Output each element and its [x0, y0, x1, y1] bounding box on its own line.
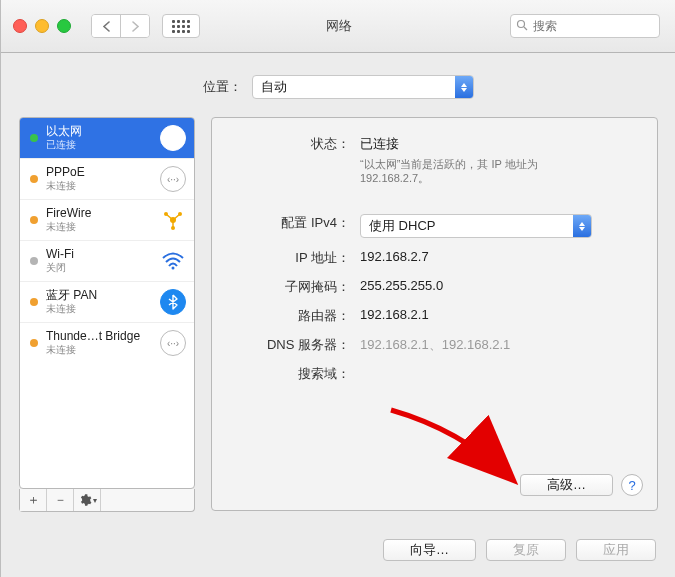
- location-select[interactable]: 自动: [252, 75, 474, 99]
- zoom-window-button[interactable]: [57, 19, 71, 33]
- add-interface-button[interactable]: ＋: [20, 489, 47, 511]
- search-container: [510, 14, 660, 38]
- searchdomain-value: [360, 362, 641, 365]
- close-window-button[interactable]: [13, 19, 27, 33]
- assist-button[interactable]: 向导…: [383, 539, 476, 561]
- dns-value: 192.168.2.1、192.168.2.1: [360, 333, 641, 354]
- interfaces-sidebar: 以太网 已连接 ‹··› PPPoE 未连接: [19, 117, 195, 512]
- ip-value: 192.168.2.7: [360, 246, 641, 264]
- firewire-icon: [160, 207, 186, 233]
- help-button[interactable]: ?: [621, 474, 643, 496]
- item-name: FireWire: [46, 206, 160, 220]
- item-status: 已连接: [46, 138, 160, 152]
- stepper-icon: [455, 76, 473, 98]
- bluetooth-icon: [160, 289, 186, 315]
- status-dot-icon: [30, 339, 38, 347]
- status-dot-icon: [30, 298, 38, 306]
- bottom-buttons: 向导… 复原 应用: [383, 539, 656, 561]
- item-name: PPPoE: [46, 165, 160, 179]
- svg-text:‹··›: ‹··›: [168, 133, 179, 143]
- interface-actions-menu[interactable]: ▾: [74, 489, 101, 511]
- item-status: 未连接: [46, 179, 160, 193]
- configure-row: 配置 IPv4： 使用 DHCP: [228, 211, 641, 238]
- traffic-lights: [13, 19, 71, 33]
- wifi-icon: [160, 248, 186, 274]
- router-label: 路由器：: [228, 304, 360, 325]
- apply-button[interactable]: 应用: [576, 539, 656, 561]
- dns-label: DNS 服务器：: [228, 333, 360, 354]
- mask-label: 子网掩码：: [228, 275, 360, 296]
- status-dot-icon: [30, 257, 38, 265]
- interfaces-list: 以太网 已连接 ‹··› PPPoE 未连接: [19, 117, 195, 489]
- router-value: 192.168.2.1: [360, 304, 641, 322]
- router-row: 路由器： 192.168.2.1: [228, 304, 641, 325]
- chevron-right-icon: [131, 21, 140, 32]
- content-area: 位置： 自动 以太网 已连接 ‹··›: [1, 53, 675, 512]
- item-name: Thunde…t Bridge: [46, 329, 160, 343]
- nav-back-forward: [91, 14, 150, 38]
- item-status: 未连接: [46, 302, 160, 316]
- revert-button[interactable]: 复原: [486, 539, 566, 561]
- back-button[interactable]: [92, 15, 120, 37]
- sidebar-item-ethernet[interactable]: 以太网 已连接 ‹··›: [20, 118, 194, 158]
- ethernet-icon: ‹··›: [160, 166, 186, 192]
- status-value: 已连接: [360, 135, 641, 153]
- svg-line-8: [173, 214, 180, 220]
- minimize-window-button[interactable]: [35, 19, 49, 33]
- ethernet-icon: ‹··›: [160, 330, 186, 356]
- sidebar-item-pppoe[interactable]: PPPoE 未连接 ‹··›: [20, 158, 194, 199]
- columns: 以太网 已连接 ‹··› PPPoE 未连接: [19, 117, 658, 512]
- mask-row: 子网掩码： 255.255.255.0: [228, 275, 641, 296]
- mask-value: 255.255.255.0: [360, 275, 641, 293]
- item-status: 未连接: [46, 220, 160, 234]
- configure-ipv4-select[interactable]: 使用 DHCP: [360, 214, 592, 238]
- network-prefs-window: 网络 位置： 自动 以太网: [0, 0, 675, 577]
- show-all-prefs-button[interactable]: [162, 14, 200, 38]
- svg-point-10: [172, 267, 175, 270]
- titlebar: 网络: [1, 0, 675, 53]
- status-dot-icon: [30, 175, 38, 183]
- ip-row: IP 地址： 192.168.2.7: [228, 246, 641, 267]
- configure-value: 使用 DHCP: [361, 217, 573, 235]
- location-value: 自动: [253, 78, 455, 96]
- ethernet-icon: ‹··›: [160, 125, 186, 151]
- gear-icon: [78, 493, 92, 507]
- searchdomain-row: 搜索域：: [228, 362, 641, 383]
- forward-button[interactable]: [120, 15, 149, 37]
- dns-row: DNS 服务器： 192.168.2.1、192.168.2.1: [228, 333, 641, 354]
- search-input[interactable]: [510, 14, 660, 38]
- status-description: “以太网”当前是活跃的，其 IP 地址为 192.168.2.7。: [360, 157, 600, 185]
- sidebar-item-wifi[interactable]: Wi-Fi 关闭: [20, 240, 194, 281]
- chevron-left-icon: [102, 21, 111, 32]
- searchdomain-label: 搜索域：: [228, 362, 360, 383]
- advanced-button[interactable]: 高级…: [520, 474, 613, 496]
- status-dot-icon: [30, 134, 38, 142]
- location-label: 位置：: [203, 78, 242, 96]
- stepper-icon: [573, 215, 591, 237]
- status-label: 状态：: [228, 132, 360, 153]
- status-row: 状态： 已连接 “以太网”当前是活跃的，其 IP 地址为 192.168.2.7…: [228, 132, 641, 185]
- sidebar-toolbar: ＋ － ▾: [19, 489, 195, 512]
- item-name: Wi-Fi: [46, 247, 160, 261]
- sidebar-item-firewire[interactable]: FireWire 未连接: [20, 199, 194, 240]
- configure-label: 配置 IPv4：: [228, 211, 360, 232]
- item-status: 未连接: [46, 343, 160, 357]
- grid-icon: [172, 20, 190, 33]
- sidebar-item-thunderbolt[interactable]: Thunde…t Bridge 未连接 ‹··›: [20, 322, 194, 363]
- location-row: 位置： 自动: [19, 75, 658, 99]
- advanced-row: 高级… ?: [520, 474, 643, 496]
- status-dot-icon: [30, 216, 38, 224]
- svg-line-7: [166, 214, 173, 220]
- ip-label: IP 地址：: [228, 246, 360, 267]
- details-pane: 状态： 已连接 “以太网”当前是活跃的，其 IP 地址为 192.168.2.7…: [211, 117, 658, 511]
- item-name: 蓝牙 PAN: [46, 288, 160, 302]
- remove-interface-button[interactable]: －: [47, 489, 74, 511]
- item-name: 以太网: [46, 124, 160, 138]
- item-status: 关闭: [46, 261, 160, 275]
- sidebar-item-bluetooth[interactable]: 蓝牙 PAN 未连接: [20, 281, 194, 322]
